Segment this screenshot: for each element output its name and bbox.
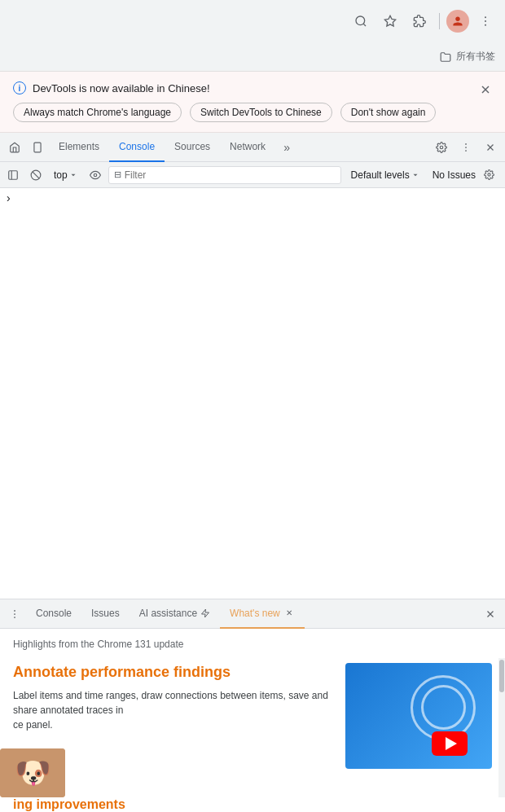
highlights-text: Highlights from the Chrome 131 update	[13, 639, 492, 650]
device-toggle-icon[interactable]	[26, 136, 49, 159]
bookmarks-bar: 所有书签	[0, 42, 505, 72]
bottom-hamburger-icon[interactable]	[3, 603, 26, 625]
devtools-more-options-icon[interactable]	[455, 136, 477, 159]
svg-point-19	[94, 173, 97, 177]
bottom-panel: Console Issues AI assistance What's new …	[0, 599, 505, 812]
search-icon[interactable]	[348, 8, 374, 34]
context-selector[interactable]: top	[49, 166, 82, 184]
switch-chinese-button[interactable]: Switch DevTools to Chinese	[190, 103, 332, 122]
live-expressions-icon[interactable]	[86, 165, 105, 185]
filter-input[interactable]	[125, 169, 336, 181]
toolbar-separator	[439, 13, 440, 29]
bookmarks-folder[interactable]: 所有书签	[440, 50, 495, 64]
perf-desc-text1: Label items and time ranges, draw connec…	[13, 690, 328, 716]
clear-console-icon[interactable]	[26, 165, 46, 185]
devtools-settings-icon[interactable]	[430, 136, 453, 159]
default-levels-label: Default levels	[351, 169, 410, 181]
svg-point-2	[485, 16, 486, 18]
perf-desc: Label items and time ranges, draw connec…	[13, 688, 332, 732]
svg-point-12	[465, 150, 467, 151]
dont-show-again-button[interactable]: Don't show again	[340, 103, 437, 122]
bottom-tab-ai[interactable]: AI assistance	[130, 599, 220, 629]
filter-input-area[interactable]: ⊟	[108, 166, 341, 184]
banner-close-button[interactable]	[476, 80, 495, 99]
banner-title-row: i DevTools is now available in Chinese!	[13, 81, 492, 94]
svg-point-10	[465, 143, 467, 145]
bottom-tab-issues[interactable]: Issues	[81, 599, 130, 629]
console-toolbar: top ⊟ Default levels No Issues	[0, 162, 505, 188]
dog-face: 🐶	[0, 748, 65, 797]
improve-title-text: ing improvements	[13, 797, 125, 811]
sidebar-toggle-icon[interactable]	[3, 165, 23, 185]
svg-marker-1	[384, 15, 395, 26]
svg-marker-24	[202, 609, 209, 617]
no-issues-indicator: No Issues	[429, 165, 502, 185]
whats-new-content: Highlights from the Chrome 131 update An…	[0, 629, 505, 797]
inspect-element-icon[interactable]	[3, 136, 26, 159]
bottom-tabs-bar: Console Issues AI assistance What's new …	[0, 599, 505, 629]
improve-title: ing improvements	[13, 797, 492, 812]
svg-point-21	[14, 610, 15, 612]
dog-image: 🐶	[0, 748, 65, 797]
bookmarks-label: 所有书签	[456, 50, 495, 64]
bottom-tab-whats-new[interactable]: What's new ✕	[220, 599, 305, 629]
ai-icon	[200, 608, 210, 618]
match-language-button[interactable]: Always match Chrome's language	[13, 103, 182, 122]
perf-desc-text2: ce panel.	[13, 719, 53, 731]
banner-buttons: Always match Chrome's language Switch De…	[13, 103, 492, 122]
perf-title: Annotate performance findings	[13, 663, 332, 682]
svg-point-9	[440, 146, 443, 149]
devtools-panel: i DevTools is now available in Chinese! …	[0, 72, 505, 812]
devtools-banner: i DevTools is now available in Chinese! …	[0, 72, 505, 133]
svg-line-18	[33, 171, 39, 178]
tab-elements[interactable]: Elements	[49, 133, 109, 162]
bottom-tab-issues-label: Issues	[91, 608, 120, 619]
extension-icon[interactable]	[406, 8, 433, 34]
log-levels-selector[interactable]: Default levels	[345, 169, 426, 181]
profile-avatar[interactable]	[446, 10, 469, 33]
info-icon: i	[13, 81, 26, 94]
svg-point-11	[465, 147, 467, 148]
bottom-panel-close-button[interactable]	[479, 603, 502, 625]
devtools-close-icon[interactable]	[479, 136, 502, 159]
video-thumbnail[interactable]	[345, 663, 492, 769]
tab-sources[interactable]: Sources	[165, 133, 220, 162]
context-label: top	[54, 169, 68, 181]
filter-icon: ⊟	[114, 169, 121, 180]
tab-network[interactable]: Network	[220, 133, 275, 162]
play-triangle-icon	[446, 737, 457, 750]
devtools-tabs-bar: Elements Console Sources Network »	[0, 133, 505, 162]
issues-settings-icon[interactable]	[479, 165, 498, 185]
svg-point-3	[485, 20, 486, 22]
svg-point-23	[14, 617, 15, 618]
bottom-tab-ai-label: AI assistance	[139, 608, 197, 619]
next-section: ing improvements	[0, 797, 505, 812]
content-area: Annotate performance findings Label item…	[13, 663, 492, 769]
more-menu-icon[interactable]	[472, 8, 498, 34]
tab-console[interactable]: Console	[109, 133, 165, 162]
scrollbar-thumb[interactable]	[499, 660, 504, 692]
banner-title-text: DevTools is now available in Chinese!	[33, 82, 210, 94]
svg-point-4	[485, 24, 486, 26]
svg-point-20	[487, 173, 490, 176]
more-tabs-icon[interactable]: »	[275, 136, 298, 159]
play-button[interactable]	[432, 731, 468, 756]
svg-point-0	[356, 16, 365, 25]
console-prompt-line: ›	[0, 188, 505, 208]
bottom-tab-console[interactable]: Console	[26, 599, 81, 629]
video-circle-small	[421, 685, 466, 730]
prompt-arrow-icon: ›	[7, 191, 11, 204]
bottom-tab-console-label: Console	[36, 608, 72, 619]
svg-point-22	[14, 613, 15, 615]
bookmark-star-icon[interactable]	[377, 8, 403, 34]
scrollbar[interactable]	[498, 658, 505, 797]
browser-top-bar	[0, 0, 505, 42]
no-issues-text: No Issues	[433, 169, 476, 181]
bottom-tab-whats-new-label: What's new	[230, 608, 280, 619]
svg-rect-15	[9, 170, 18, 179]
devtools-right-icons	[430, 136, 502, 159]
close-whats-new-tab-icon[interactable]: ✕	[283, 608, 295, 619]
